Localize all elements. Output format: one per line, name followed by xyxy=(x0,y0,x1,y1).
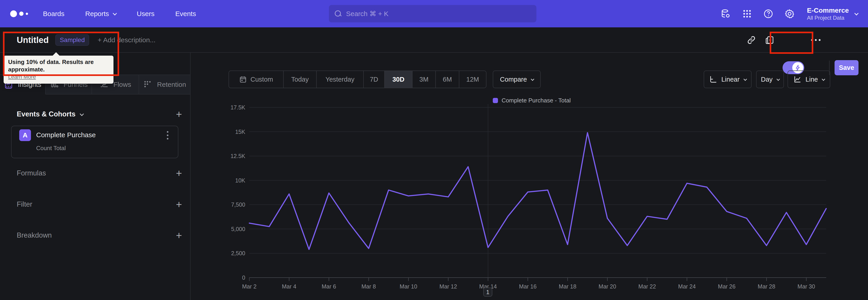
add-to-board-icon[interactable] xyxy=(763,27,777,53)
events-cohorts-title[interactable]: Events & Cohorts xyxy=(17,110,83,118)
event-options-kebab-icon[interactable] xyxy=(163,131,172,140)
report-title[interactable]: Untitled xyxy=(17,35,49,45)
primary-nav: Boards Reports Users Events xyxy=(43,10,196,18)
tooltip-text: Using 10% of data. Results are approxima… xyxy=(8,58,109,73)
add-event-button[interactable]: + xyxy=(176,109,182,119)
chevron-down-icon xyxy=(822,77,826,81)
copy-link-icon[interactable] xyxy=(744,27,758,53)
linear-axis-icon xyxy=(709,75,717,83)
mixpanel-insights-page: Boards Reports Users Events Search ⌘ + K xyxy=(0,0,868,300)
event-name: Complete Purchase xyxy=(36,131,96,139)
search-input[interactable]: Search ⌘ + K xyxy=(329,5,536,22)
search-icon xyxy=(335,10,342,17)
range-12m[interactable]: 12M xyxy=(459,71,486,88)
tab-label: Flows xyxy=(114,81,131,88)
query-builder-sidebar: Insights Funnels Flows Retention xyxy=(0,53,191,300)
event-card-complete-purchase[interactable]: A Complete Purchase Count Total xyxy=(11,126,178,158)
nav-icon-group xyxy=(720,0,796,27)
filter-section: Filter + xyxy=(17,199,182,210)
calendar-icon xyxy=(239,76,247,83)
chart-panel: Custom Today Yesterday 7D 30D 3M 6M 12M … xyxy=(191,53,868,300)
apps-grid-icon[interactable] xyxy=(741,8,753,20)
add-breakdown-button[interactable]: + xyxy=(176,230,182,241)
project-scope: All Project Data xyxy=(807,14,849,21)
legend-swatch xyxy=(493,98,498,103)
date-range-segmented-control: Custom Today Yesterday 7D 30D 3M 6M 12M xyxy=(228,70,487,88)
tab-label: Retention xyxy=(157,81,186,88)
search-placeholder: Search ⌘ + K xyxy=(346,10,389,18)
nav-item-users[interactable]: Users xyxy=(137,10,154,18)
chevron-down-icon xyxy=(113,11,117,16)
interval-dropdown[interactable]: Day xyxy=(756,70,784,88)
events-cohorts-header: Events & Cohorts + xyxy=(17,109,182,120)
nav-item-boards[interactable]: Boards xyxy=(43,10,64,18)
data-management-icon[interactable] xyxy=(720,8,732,20)
legend-label: Complete Purchase - Total xyxy=(502,97,571,104)
range-6m[interactable]: 6M xyxy=(436,71,459,88)
nav-item-events[interactable]: Events xyxy=(175,10,196,18)
nav-item-reports[interactable]: Reports xyxy=(85,10,116,18)
event-letter-badge: A xyxy=(19,129,31,141)
chevron-down-icon xyxy=(743,77,747,81)
mixpanel-logo-icon[interactable] xyxy=(10,10,31,17)
chevron-down-icon xyxy=(80,112,84,116)
line-chart-icon xyxy=(794,75,802,83)
top-nav: Boards Reports Users Events Search ⌘ + K xyxy=(0,0,868,27)
formulas-section: Formulas + xyxy=(17,168,182,179)
more-options-icon[interactable] xyxy=(809,27,823,53)
help-icon[interactable] xyxy=(763,8,774,20)
learn-more-link[interactable]: Learn More xyxy=(8,73,36,81)
scale-dropdown[interactable]: Linear xyxy=(704,70,752,88)
add-filter-button[interactable]: + xyxy=(176,199,182,210)
range-7d[interactable]: 7D xyxy=(364,71,385,88)
add-description-field[interactable]: + Add description... xyxy=(98,36,156,44)
range-today[interactable]: Today xyxy=(284,71,317,88)
chart-type-dropdown[interactable]: Line xyxy=(787,70,830,88)
sampling-tooltip: Using 10% of data. Results are approxima… xyxy=(4,56,114,84)
range-yesterday[interactable]: Yesterday xyxy=(317,71,364,88)
chevron-down-icon xyxy=(776,77,780,81)
chart-legend[interactable]: Complete Purchase - Total xyxy=(493,97,571,104)
breakdown-section: Breakdown + xyxy=(17,230,182,241)
range-custom[interactable]: Custom xyxy=(229,71,284,88)
chevron-down-icon xyxy=(531,77,534,81)
project-name: E-Commerce xyxy=(807,6,849,14)
event-metric[interactable]: Count Total xyxy=(36,145,66,152)
settings-gear-icon[interactable] xyxy=(784,8,796,20)
project-switcher[interactable]: E-Commerce All Project Data xyxy=(807,0,858,27)
add-formula-button[interactable]: + xyxy=(176,168,182,178)
range-30d[interactable]: 30D xyxy=(385,71,412,88)
pagination-page-button[interactable]: 1 xyxy=(483,288,492,297)
report-title-bar: Untitled Sampled + Add description... Sa… xyxy=(0,27,868,53)
tab-retention[interactable]: Retention xyxy=(139,75,190,94)
chevron-down-icon xyxy=(855,11,859,16)
compare-dropdown[interactable]: Compare xyxy=(493,70,541,88)
sampled-badge[interactable]: Sampled xyxy=(55,34,89,46)
range-3m[interactable]: 3M xyxy=(412,71,436,88)
retention-dots-icon xyxy=(143,80,153,89)
